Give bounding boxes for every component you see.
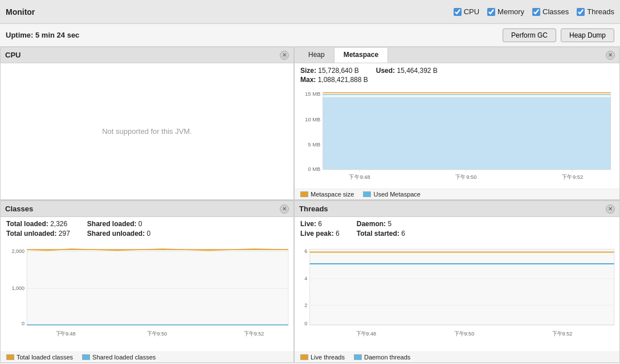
svg-text:2: 2	[304, 302, 307, 308]
live-threads: Live: 6	[300, 220, 340, 228]
live-peak: Live peak: 6	[300, 230, 340, 238]
meta-max: Max: 1,088,421,888 B	[300, 76, 368, 84]
uptime-value: 5 min 24 sec	[35, 31, 79, 39]
svg-text:下午9:48: 下午9:48	[356, 330, 376, 337]
svg-text:2,000: 2,000	[12, 247, 25, 253]
memory-panel: Heap Metaspace ✕ Size: 15,728,640 B Used…	[294, 47, 620, 200]
threads-stats-right: Daemon: 5 Total started: 6	[357, 220, 405, 238]
legend-used-metaspace-color	[363, 191, 371, 197]
uptime-display: Uptime: 5 min 24 sec	[6, 31, 79, 39]
bottom-panels-row: Classes ✕ Total loaded: 2,326 Total unlo…	[0, 201, 620, 363]
classes-legend: Total loaded classes Shared loaded class…	[1, 351, 293, 362]
threads-chart: 6 4 2 0 下午9:48 下午9:50 下午9:52	[295, 240, 619, 351]
cpu-panel-header: CPU ✕	[1, 47, 293, 63]
meta-size: Size: 15,728,640 B	[300, 67, 359, 75]
legend-shared-loaded-color	[82, 354, 90, 360]
threads-panel-title: Threads	[299, 205, 328, 213]
checkbox-classes[interactable]: Classes	[532, 7, 569, 16]
legend-daemon-threads-color	[354, 354, 362, 360]
classes-stats: Total loaded: 2,326 Total unloaded: 297 …	[1, 217, 293, 240]
legend-daemon-threads: Daemon threads	[354, 354, 410, 361]
svg-text:下午9:50: 下午9:50	[147, 330, 167, 336]
metaspace-chart: 15 MB 10 MB 5 MB 0 MB	[300, 87, 614, 186]
cpu-panel-content: Not supported for this JVM.	[1, 63, 293, 199]
heap-dump-button[interactable]: Heap Dump	[561, 28, 614, 42]
cpu-close-button[interactable]: ✕	[280, 51, 289, 60]
svg-text:15 MB: 15 MB	[305, 91, 320, 97]
svg-text:0: 0	[304, 320, 307, 326]
legend-shared-loaded: Shared loaded classes	[82, 354, 156, 361]
svg-rect-36	[309, 249, 614, 325]
svg-text:1,000: 1,000	[12, 284, 25, 291]
classes-stats-left: Total loaded: 2,326 Total unloaded: 297	[6, 220, 70, 238]
checkbox-threads[interactable]: Threads	[577, 7, 614, 16]
meta-info-max: Max: 1,088,421,888 B	[300, 76, 614, 84]
threads-checkbox[interactable]	[577, 8, 585, 16]
classes-close-button[interactable]: ✕	[280, 205, 289, 214]
svg-text:0: 0	[22, 320, 25, 326]
svg-text:下午9:50: 下午9:50	[454, 330, 474, 337]
svg-text:10 MB: 10 MB	[305, 116, 320, 122]
legend-metaspace-size-color	[300, 191, 308, 197]
legend-metaspace-size: Metaspace size	[300, 191, 354, 198]
legend-live-threads: Live threads	[300, 354, 345, 361]
checkbox-group: CPU Memory Classes Threads	[454, 7, 614, 16]
cpu-panel-title: CPU	[5, 51, 21, 59]
total-loaded: Total loaded: 2,326	[6, 220, 70, 228]
cpu-panel: CPU ✕ Not supported for this JVM.	[0, 47, 294, 200]
metaspace-legend: Metaspace size Used Metaspace	[295, 189, 619, 199]
shared-loaded: Shared loaded: 0	[87, 220, 150, 228]
threads-close-button[interactable]: ✕	[606, 205, 615, 214]
threads-legend: Live threads Daemon threads	[295, 351, 619, 362]
memory-checkbox[interactable]	[487, 8, 495, 16]
threads-svg: 6 4 2 0 下午9:48 下午9:50 下午9:52	[297, 240, 617, 351]
classes-panel: Classes ✕ Total loaded: 2,326 Total unlo…	[0, 201, 294, 363]
top-panels-row: CPU ✕ Not supported for this JVM. Heap M…	[0, 47, 620, 201]
classes-panel-title: Classes	[5, 205, 33, 213]
threads-stats: Live: 6 Live peak: 6 Daemon: 5 Total sta…	[295, 217, 619, 240]
threads-panel: Threads ✕ Live: 6 Live peak: 6 Daemon: 5	[294, 201, 620, 363]
svg-text:5 MB: 5 MB	[308, 141, 321, 148]
tab-metaspace[interactable]: Metaspace	[335, 48, 388, 63]
legend-live-threads-color	[300, 354, 308, 360]
checkbox-cpu[interactable]: CPU	[454, 7, 479, 16]
svg-text:0 MB: 0 MB	[308, 166, 321, 172]
classes-panel-header: Classes ✕	[1, 201, 293, 217]
svg-text:4: 4	[304, 275, 307, 281]
classes-stats-right: Shared loaded: 0 Shared unloaded: 0	[87, 220, 150, 238]
svg-text:下午9:48: 下午9:48	[349, 174, 370, 180]
svg-rect-22	[27, 249, 288, 325]
metaspace-content: Size: 15,728,640 B Used: 15,464,392 B Ma…	[295, 63, 619, 189]
classes-checkbox[interactable]	[532, 8, 540, 16]
svg-text:6: 6	[304, 247, 307, 253]
app-title: Monitor	[6, 7, 35, 17]
total-unloaded: Total unloaded: 297	[6, 230, 70, 238]
memory-close-button[interactable]: ✕	[606, 51, 615, 60]
tab-heap[interactable]: Heap	[299, 48, 335, 63]
perform-gc-button[interactable]: Perform GC	[503, 28, 556, 42]
classes-chart: 2,000 1,000 0 下午9:48 下午9:50 下午9:52	[1, 240, 293, 351]
threads-stats-left: Live: 6 Live peak: 6	[300, 220, 340, 238]
legend-total-loaded: Total loaded classes	[6, 354, 73, 361]
threads-panel-header: Threads ✕	[295, 201, 619, 217]
shared-unloaded: Shared unloaded: 0	[87, 230, 150, 238]
top-bar: Monitor CPU Memory Classes Threads	[0, 0, 620, 24]
svg-text:下午9:52: 下午9:52	[562, 174, 584, 180]
total-started: Total started: 6	[357, 230, 405, 238]
svg-text:下午9:50: 下午9:50	[455, 174, 477, 180]
svg-text:下午9:52: 下午9:52	[244, 330, 264, 336]
legend-used-metaspace: Used Metaspace	[363, 191, 421, 198]
svg-text:下午9:48: 下午9:48	[56, 330, 76, 336]
legend-total-loaded-color	[6, 354, 14, 360]
cpu-checkbox[interactable]	[454, 8, 462, 16]
classes-svg: 2,000 1,000 0 下午9:48 下午9:50 下午9:52	[3, 240, 291, 351]
checkbox-memory[interactable]: Memory	[487, 7, 524, 16]
svg-marker-9	[323, 97, 610, 169]
meta-used: Used: 15,464,392 B	[376, 67, 438, 75]
svg-text:下午9:52: 下午9:52	[552, 330, 572, 337]
action-buttons: Perform GC Heap Dump	[503, 28, 614, 42]
metaspace-svg: 15 MB 10 MB 5 MB 0 MB	[300, 87, 614, 186]
meta-info-size-used: Size: 15,728,640 B Used: 15,464,392 B	[300, 67, 614, 75]
second-bar: Uptime: 5 min 24 sec Perform GC Heap Dum…	[0, 24, 620, 47]
daemon-threads: Daemon: 5	[357, 220, 405, 228]
